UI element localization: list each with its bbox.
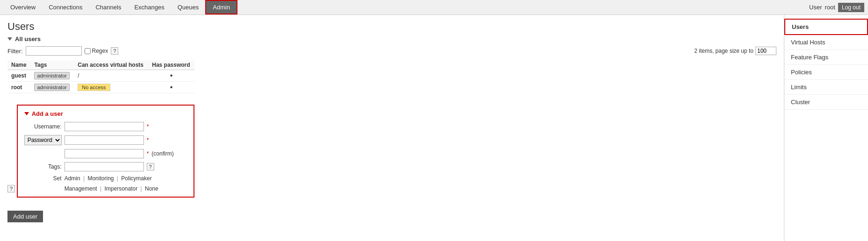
nav-left: Overview Connections Channels Exchanges … bbox=[4, 0, 237, 14]
user-label: User bbox=[809, 4, 822, 11]
add-user-button-container: Add user bbox=[7, 204, 776, 222]
sep2: | bbox=[117, 175, 118, 182]
sidebar-item-feature-flags[interactable]: Feature Flags bbox=[784, 50, 868, 65]
tags-input[interactable] bbox=[65, 162, 144, 171]
table-row: guest administrator / • bbox=[7, 70, 194, 82]
page-title: Users bbox=[7, 21, 776, 33]
nav-queues[interactable]: Queues bbox=[171, 0, 206, 14]
sep1: | bbox=[83, 175, 85, 182]
filter-label: Filter: bbox=[7, 48, 23, 55]
nav-overview[interactable]: Overview bbox=[4, 0, 42, 14]
col-password: Has password bbox=[148, 60, 194, 70]
nav-channels[interactable]: Channels bbox=[89, 0, 128, 14]
set-label: Set bbox=[24, 175, 62, 182]
username-display: root bbox=[825, 4, 835, 11]
confirm-password-row: * (confirm) bbox=[24, 149, 187, 158]
tag-management-link[interactable]: Management bbox=[65, 185, 97, 192]
col-name: Name bbox=[7, 60, 30, 70]
sidebar-item-virtual-hosts[interactable]: Virtual Hosts bbox=[784, 35, 868, 50]
username-row: Username: * bbox=[24, 122, 187, 131]
sep3: | bbox=[100, 185, 101, 192]
main-layout: Users All users Filter: Regex ? 2 items,… bbox=[0, 15, 868, 241]
user-name-root[interactable]: root bbox=[11, 84, 22, 91]
table-help-button[interactable]: ? bbox=[7, 185, 15, 192]
regex-checkbox-group: Regex bbox=[85, 48, 108, 54]
logout-button[interactable]: Log out bbox=[838, 3, 864, 12]
user-name-guest[interactable]: guest bbox=[11, 72, 26, 79]
users-table: Name Tags Can access virtual hosts Has p… bbox=[7, 60, 194, 93]
user-password-root: • bbox=[170, 83, 173, 91]
all-users-label: All users bbox=[15, 35, 41, 43]
nav-right: User root Log out bbox=[809, 3, 864, 12]
username-label: Username: bbox=[24, 123, 62, 130]
top-nav: Overview Connections Channels Exchanges … bbox=[0, 0, 868, 15]
username-required: * bbox=[147, 123, 149, 130]
filter-row: Filter: Regex ? 2 items, page size up to bbox=[7, 46, 776, 56]
filter-input[interactable] bbox=[26, 46, 82, 56]
add-user-header: Add a user bbox=[24, 110, 187, 117]
tag-links-row2: Management | Impersonator | None bbox=[65, 185, 158, 192]
sep4: | bbox=[141, 185, 142, 192]
user-access-guest: / bbox=[78, 72, 79, 79]
content-area: Users All users Filter: Regex ? 2 items,… bbox=[0, 15, 784, 241]
table-row: root administrator No access • bbox=[7, 82, 194, 93]
confirm-password-input[interactable] bbox=[65, 149, 144, 158]
tag-shortcuts-row2: Management | Impersonator | None bbox=[65, 185, 187, 192]
user-access-root: No access bbox=[78, 84, 110, 91]
col-tags: Tags bbox=[30, 60, 74, 70]
collapse-icon[interactable] bbox=[7, 37, 12, 41]
nav-connections[interactable]: Connections bbox=[42, 0, 89, 14]
tag-shortcuts-row1: Set Admin | Monitoring | Policymaker bbox=[24, 175, 187, 182]
username-input[interactable] bbox=[65, 122, 144, 131]
password-row: Password: Hashed password: * bbox=[24, 135, 187, 145]
tag-monitoring-link[interactable]: Monitoring bbox=[87, 175, 114, 182]
page-size-input[interactable] bbox=[755, 47, 776, 55]
add-user-button[interactable]: Add user bbox=[7, 211, 43, 222]
sidebar-item-policies[interactable]: Policies bbox=[784, 65, 868, 80]
password-required: * bbox=[147, 137, 149, 143]
add-user-collapse-icon[interactable] bbox=[24, 112, 29, 115]
confirm-label: (confirm) bbox=[151, 150, 173, 157]
regex-label: Regex bbox=[92, 48, 108, 54]
sidebar-item-limits[interactable]: Limits bbox=[784, 80, 868, 95]
sidebar-item-users[interactable]: Users bbox=[784, 19, 868, 35]
add-user-section: Add a user Username: * Password: Hashed … bbox=[17, 105, 194, 198]
user-tag-root: administrator bbox=[34, 84, 70, 91]
items-info: 2 items, page size up to bbox=[694, 47, 776, 55]
add-user-label: Add a user bbox=[32, 110, 63, 117]
regex-help-button[interactable]: ? bbox=[111, 47, 118, 55]
user-tag-guest: administrator bbox=[34, 72, 70, 79]
password-type-select[interactable]: Password: Hashed password: bbox=[24, 135, 62, 145]
tags-help-button[interactable]: ? bbox=[147, 163, 154, 170]
tag-links-row1: Admin | Monitoring | Policymaker bbox=[65, 175, 152, 182]
password-input[interactable] bbox=[65, 135, 144, 145]
tags-row: Tags: ? bbox=[24, 162, 187, 171]
tag-impersonator-link[interactable]: Impersonator bbox=[104, 185, 137, 192]
confirm-required: * bbox=[147, 150, 149, 157]
items-count-text: 2 items, page size up to bbox=[694, 48, 753, 54]
tag-policymaker-link[interactable]: Policymaker bbox=[121, 175, 151, 182]
nav-admin[interactable]: Admin bbox=[205, 0, 237, 14]
all-users-header: All users bbox=[7, 35, 776, 43]
right-sidebar: Users Virtual Hosts Feature Flags Polici… bbox=[784, 15, 868, 241]
sidebar-item-cluster[interactable]: Cluster bbox=[784, 95, 868, 110]
tag-none-link[interactable]: None bbox=[145, 185, 158, 192]
tags-label: Tags: bbox=[24, 163, 62, 170]
col-access: Can access virtual hosts bbox=[74, 60, 148, 70]
regex-checkbox[interactable] bbox=[85, 48, 91, 54]
user-password-guest: • bbox=[170, 71, 173, 79]
nav-exchanges[interactable]: Exchanges bbox=[128, 0, 171, 14]
tag-admin-link[interactable]: Admin bbox=[65, 175, 80, 182]
